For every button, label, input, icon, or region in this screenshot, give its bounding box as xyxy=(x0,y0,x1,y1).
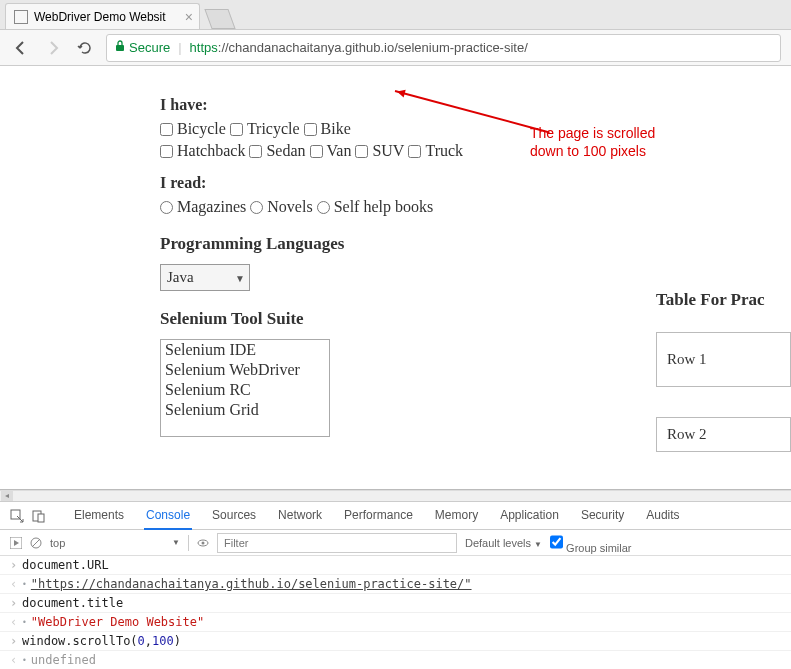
checkbox-option[interactable]: Hatchback xyxy=(160,142,245,160)
clear-icon[interactable] xyxy=(30,537,42,549)
list-item[interactable]: Selenium RC xyxy=(161,380,329,400)
i-read-row: MagazinesNovelsSelf help books xyxy=(160,198,791,216)
tab-title: WebDriver Demo Websit xyxy=(34,10,166,24)
svg-rect-3 xyxy=(38,514,44,522)
close-icon[interactable]: × xyxy=(185,9,193,25)
reload-button[interactable] xyxy=(74,37,96,59)
radio-option[interactable]: Novels xyxy=(250,198,312,216)
list-item[interactable]: Selenium WebDriver xyxy=(161,360,329,380)
svg-line-6 xyxy=(32,539,40,547)
devtools-tab-sources[interactable]: Sources xyxy=(210,502,258,530)
secure-label: Secure xyxy=(129,40,170,55)
console-line: document.URL xyxy=(0,556,791,575)
devtools-tab-network[interactable]: Network xyxy=(276,502,324,530)
lang-value: Java xyxy=(167,269,194,285)
nav-bar: Secure | https://chandanachaitanya.githu… xyxy=(0,30,791,66)
devtools-tabs: ElementsConsoleSourcesNetworkPerformance… xyxy=(0,502,791,530)
i-have-row-2: HatchbackSedanVanSUVTruck xyxy=(160,142,791,160)
devtools-tab-console[interactable]: Console xyxy=(144,502,192,530)
console-line: window.scrollTo(0,100) xyxy=(0,632,791,651)
url-path: ://chandanachaitanya.github.io/selenium-… xyxy=(218,40,528,55)
group-similar-toggle[interactable]: Group similar xyxy=(550,532,631,554)
console-line: document.title xyxy=(0,594,791,613)
page-icon xyxy=(14,10,28,24)
lock-icon xyxy=(115,40,125,55)
filter-input[interactable] xyxy=(217,533,457,553)
play-icon[interactable] xyxy=(10,537,22,549)
console-line: •"https://chandanachaitanya.github.io/se… xyxy=(0,575,791,594)
i-read-label: I read: xyxy=(160,174,791,192)
devtools-panel: ◂ ElementsConsoleSourcesNetworkPerforman… xyxy=(0,489,791,669)
console-filter-bar: top▼ Default levels ▼ Group similar xyxy=(0,530,791,556)
context-select[interactable]: top▼ xyxy=(50,537,180,549)
list-item[interactable]: Selenium IDE xyxy=(161,340,329,360)
table-title: Table For Prac xyxy=(656,290,791,310)
checkbox-option[interactable]: Sedan xyxy=(249,142,305,160)
scroll-left-icon[interactable]: ◂ xyxy=(1,491,13,501)
checkbox-option[interactable]: Bicycle xyxy=(160,120,226,138)
checkbox-option[interactable]: Van xyxy=(310,142,352,160)
chevron-down-icon: ▼ xyxy=(235,272,245,283)
devtools-tab-audits[interactable]: Audits xyxy=(644,502,681,530)
checkbox-option[interactable]: Tricycle xyxy=(230,120,300,138)
inspect-icon[interactable] xyxy=(10,509,24,523)
new-tab-button[interactable] xyxy=(204,9,235,29)
back-button[interactable] xyxy=(10,37,32,59)
lang-select[interactable]: Java ▼ xyxy=(160,264,250,291)
browser-tab-bar: WebDriver Demo Websit × xyxy=(0,0,791,30)
svg-point-8 xyxy=(202,541,205,544)
eye-icon[interactable] xyxy=(197,537,209,549)
table-row: Row 1 xyxy=(656,332,791,387)
devtools-tab-application[interactable]: Application xyxy=(498,502,561,530)
devtools-tab-security[interactable]: Security xyxy=(579,502,626,530)
svg-rect-0 xyxy=(116,45,124,51)
checkbox-option[interactable]: SUV xyxy=(355,142,404,160)
url-protocol: https xyxy=(190,40,218,55)
console-output[interactable]: document.URL•"https://chandanachaitanya.… xyxy=(0,556,791,669)
devtools-icons xyxy=(10,509,46,523)
url-bar[interactable]: Secure | https://chandanachaitanya.githu… xyxy=(106,34,781,62)
devtools-tab-performance[interactable]: Performance xyxy=(342,502,415,530)
suite-listbox[interactable]: Selenium IDESelenium WebDriverSelenium R… xyxy=(160,339,330,437)
page-scrollbar[interactable]: ◂ xyxy=(0,490,791,502)
console-line: •undefined xyxy=(0,651,791,669)
browser-tab[interactable]: WebDriver Demo Websit × xyxy=(5,3,200,29)
table-section: Table For Prac Row 1 Row 2 xyxy=(656,290,791,452)
annotation-text: The page is scrolled down to 100 pixels xyxy=(530,124,690,160)
i-have-row-1: BicycleTricycleBike xyxy=(160,120,791,138)
device-icon[interactable] xyxy=(32,509,46,523)
console-line: •"WebDriver Demo Website" xyxy=(0,613,791,632)
checkbox-option[interactable]: Truck xyxy=(408,142,463,160)
checkbox-option[interactable]: Bike xyxy=(304,120,351,138)
forward-button[interactable] xyxy=(42,37,64,59)
list-item[interactable]: Selenium Grid xyxy=(161,400,329,420)
lang-label: Programming Languages xyxy=(160,234,791,254)
levels-select[interactable]: Default levels ▼ xyxy=(465,537,542,549)
url-separator: | xyxy=(178,40,181,55)
radio-option[interactable]: Magazines xyxy=(160,198,246,216)
radio-option[interactable]: Self help books xyxy=(317,198,434,216)
table-row: Row 2 xyxy=(656,417,791,452)
devtools-tab-memory[interactable]: Memory xyxy=(433,502,480,530)
devtools-tab-elements[interactable]: Elements xyxy=(72,502,126,530)
